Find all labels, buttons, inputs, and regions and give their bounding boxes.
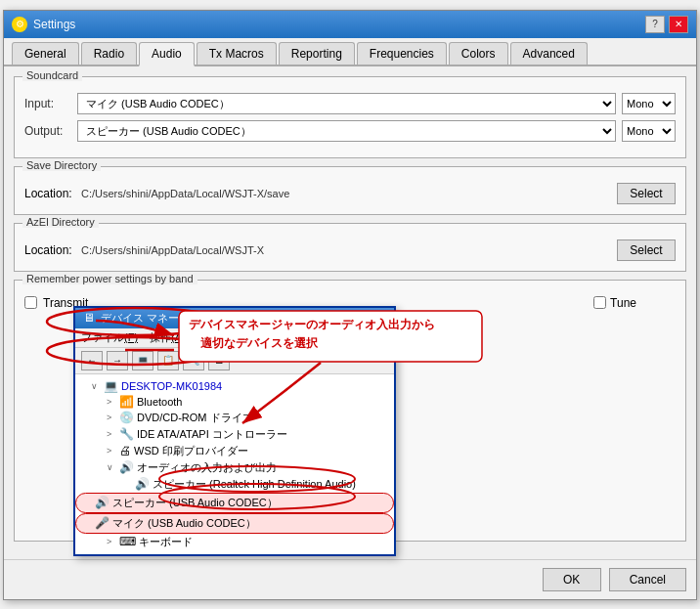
dm-title: デバイス マネージャー	[101, 311, 211, 326]
dm-properties-btn[interactable]: 📋	[157, 351, 179, 370]
dm-dvd-label: DVD/CD-ROM ドライブ	[137, 411, 253, 425]
save-location-path: C:/Users/shini/AppData/Local/WSJT-X/save	[81, 188, 611, 199]
tab-colors[interactable]: Colors	[449, 42, 508, 65]
dm-item-realtek[interactable]: 🔊 スピーカー (Realtek High Definition Audio)	[75, 476, 394, 493]
dm-item-computer[interactable]: ∨ 💻 DESKTOP-MK01984	[75, 378, 394, 394]
tab-tx-macros[interactable]: Tx Macros	[197, 42, 277, 65]
tab-advanced[interactable]: Advanced	[510, 42, 588, 65]
dm-item-keyboard[interactable]: > ⌨ キーボード	[75, 534, 394, 550]
cancel-button[interactable]: Cancel	[609, 568, 686, 591]
save-directory-title: Save Directory	[22, 159, 101, 171]
soundcard-group: Soundcard Input: マイク (USB Audio CODEC） M…	[14, 76, 686, 158]
bottom-bar: OK Cancel	[4, 559, 696, 599]
dm-wsd-label: WSD 印刷プロバイダー	[134, 444, 248, 458]
output-row: Output: スピーカー (USB Audio CODEC） Mono	[24, 120, 676, 142]
ok-button[interactable]: OK	[543, 568, 601, 591]
dm-icon: 🖥	[83, 311, 95, 325]
dm-keyboard-label: キーボード	[139, 535, 193, 549]
dm-item-wsd[interactable]: > 🖨 WSD 印刷プロバイダー	[75, 443, 394, 459]
azei-dir-row: Location: C:/Users/shini/AppData/Local/W…	[24, 239, 676, 261]
tab-radio[interactable]: Radio	[81, 42, 137, 65]
power-settings-group: Remember power settings by band Transmit…	[14, 280, 686, 542]
soundcard-title: Soundcard	[22, 69, 82, 81]
tune-checkbox[interactable]	[593, 296, 606, 309]
dm-tree: ∨ 💻 DESKTOP-MK01984 > 📶 Bluetooth > 💿	[75, 374, 394, 554]
output-select[interactable]: スピーカー (USB Audio CODEC）	[77, 120, 616, 142]
input-select[interactable]: マイク (USB Audio CODEC）	[77, 93, 616, 114]
dm-item-audio[interactable]: ∨ 🔊 オーディオの入力および出力	[75, 459, 394, 476]
azei-directory-title: AzEl Directory	[22, 216, 99, 228]
dm-update-btn[interactable]: 🔧	[183, 351, 204, 370]
title-bar-left: ⚙ Settings	[12, 17, 75, 32]
dm-speaker-usb-label: スピーカー (USB Audio CODEC）	[112, 496, 278, 510]
dm-computer-btn[interactable]: 💻	[132, 351, 153, 370]
dm-item-mic-usb[interactable]: 🎤 マイク (USB Audio CODEC）	[75, 513, 394, 534]
dm-toolbar: ← → 💻 📋 🔧 🖥	[75, 348, 394, 374]
window-title: Settings	[33, 18, 75, 31]
content-area: Soundcard Input: マイク (USB Audio CODEC） M…	[4, 66, 696, 559]
dm-realtek-label: スピーカー (Realtek High Definition Audio)	[153, 477, 356, 492]
save-dir-row: Location: C:/Users/shini/AppData/Local/W…	[24, 183, 676, 204]
title-bar: ⚙ Settings ? ✕	[4, 11, 696, 38]
dm-bluetooth-label: Bluetooth	[137, 396, 182, 408]
tab-audio[interactable]: Audio	[139, 42, 195, 66]
dm-title-bar: 🖥 デバイス マネージャー	[75, 308, 394, 328]
save-directory-group: Save Directory Location: C:/Users/shini/…	[14, 166, 686, 215]
transmit-checkbox[interactable]	[24, 296, 37, 309]
azei-directory-group: AzEl Directory Location: C:/Users/shini/…	[14, 223, 686, 272]
close-button[interactable]: ✕	[669, 16, 688, 33]
input-row: Input: マイク (USB Audio CODEC） Mono	[24, 93, 676, 114]
output-label: Output:	[24, 124, 71, 138]
save-location-label: Location:	[24, 187, 75, 200]
dm-menu-help[interactable]: ヘルプ(H)	[244, 330, 291, 345]
help-button[interactable]: ?	[645, 16, 665, 33]
save-select-button[interactable]: Select	[617, 183, 676, 204]
tabs-bar: General Radio Audio Tx Macros Reporting …	[4, 38, 696, 66]
azei-location-label: Location:	[24, 243, 75, 257]
tab-frequencies[interactable]: Frequencies	[357, 42, 447, 65]
window-icon: ⚙	[12, 17, 27, 32]
power-settings-title: Remember power settings by band	[22, 273, 197, 284]
device-manager-window: 🖥 デバイス マネージャー ファイル(F) 操作(A) 表示(V) ヘルプ(H)…	[73, 306, 396, 556]
dm-menu-bar: ファイル(F) 操作(A) 表示(V) ヘルプ(H)	[75, 328, 394, 348]
dm-back-btn[interactable]: ←	[81, 351, 103, 370]
settings-window: ⚙ Settings ? ✕ General Radio Audio Tx Ma…	[3, 10, 697, 600]
tab-reporting[interactable]: Reporting	[279, 42, 355, 65]
azei-location-path: C:/Users/shini/AppData/Local/WSJT-X	[81, 244, 611, 256]
dm-audio-label: オーディオの入力および出力	[137, 460, 277, 475]
tune-label: Tune	[610, 296, 636, 310]
dm-ide-label: IDE ATA/ATAPI コントローラー	[137, 427, 287, 442]
dm-item-ide[interactable]: > 🔧 IDE ATA/ATAPI コントローラー	[75, 426, 394, 443]
azei-select-button[interactable]: Select	[617, 239, 676, 261]
dm-forward-btn[interactable]: →	[107, 351, 128, 370]
dm-item-speaker-usb[interactable]: 🔊 スピーカー (USB Audio CODEC）	[75, 493, 394, 513]
tab-general[interactable]: General	[12, 42, 79, 65]
output-mono-select[interactable]: Mono	[622, 120, 676, 142]
title-controls: ? ✕	[645, 16, 688, 33]
dm-item-bluetooth[interactable]: > 📶 Bluetooth	[75, 394, 394, 410]
dm-menu-action[interactable]: 操作(A)	[150, 330, 186, 345]
dm-menu-view[interactable]: 表示(V)	[197, 330, 234, 345]
dm-monitor-btn[interactable]: 🖥	[208, 351, 230, 370]
dm-computer-label: DESKTOP-MK01984	[121, 380, 222, 392]
input-mono-select[interactable]: Mono	[622, 93, 676, 114]
input-label: Input:	[24, 97, 71, 110]
dm-item-dvd[interactable]: > 💿 DVD/CD-ROM ドライブ	[75, 410, 394, 426]
dm-menu-file[interactable]: ファイル(F)	[81, 330, 138, 345]
dm-mic-usb-label: マイク (USB Audio CODEC）	[112, 516, 256, 531]
